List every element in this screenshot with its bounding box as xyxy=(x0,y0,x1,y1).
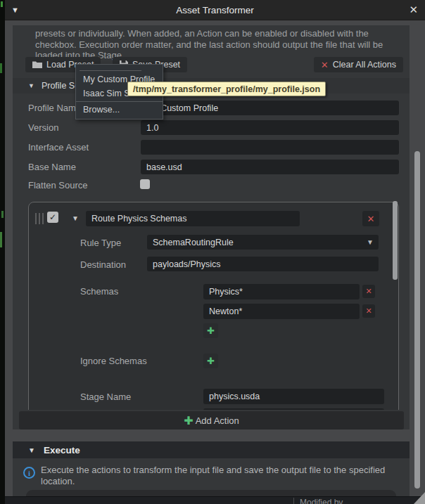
rule-type-label: Rule Type xyxy=(80,238,121,248)
column-divider xyxy=(293,498,294,504)
delete-action-button[interactable]: ✕ xyxy=(362,211,379,226)
actions-scroll-area: ✓ ▼ Route Physics Schemas ✕ Rule Type Sc… xyxy=(13,196,410,410)
title-bar[interactable]: ▼ Asset Transformer ✕ xyxy=(5,0,425,20)
chevron-down-icon: ▼ xyxy=(367,238,374,246)
path-tooltip: /tmp/my_transformer_profile/my_profile.j… xyxy=(127,82,326,96)
remove-schema-button[interactable]: ✕ xyxy=(362,304,375,318)
base-name-field[interactable]: base.usd xyxy=(141,160,399,174)
add-action-button[interactable]: ✚ Add Action xyxy=(19,411,404,429)
base-name-label: Base Name xyxy=(28,162,76,172)
execute-info-text: Execute the actions to transform the inp… xyxy=(41,465,401,487)
folder-icon xyxy=(32,60,42,69)
interface-asset-label: Interface Asset xyxy=(28,142,89,153)
add-schema-button[interactable]: ✚ xyxy=(203,323,218,338)
clipped-next-field xyxy=(203,408,384,410)
background-speck xyxy=(0,232,2,247)
version-label: Version xyxy=(28,122,58,133)
intro-description: presets or individually. When added, an … xyxy=(35,28,399,61)
window-collapse-icon[interactable]: ▼ xyxy=(11,6,19,14)
background-app-strip xyxy=(0,0,5,504)
modified-by-column-header: Modified by xyxy=(300,498,343,504)
execute-header[interactable]: ▼ Execute xyxy=(13,441,410,458)
background-speck xyxy=(0,63,2,73)
remove-schema-button[interactable]: ✕ xyxy=(362,285,375,298)
stage-name-label: Stage Name xyxy=(80,392,131,402)
execute-panel: ▼ Execute i Execute the actions to trans… xyxy=(13,441,410,496)
profile-name-field[interactable]: My Custom Profile xyxy=(141,101,399,115)
stage-name-field[interactable]: physics.usda xyxy=(203,389,384,404)
schema-item-field[interactable]: Physics* xyxy=(203,284,360,299)
menu-top-underline xyxy=(80,70,141,71)
menu-separator xyxy=(76,101,163,102)
action-name-field[interactable]: Route Physics Schemas xyxy=(86,211,300,226)
clear-all-actions-label: Clear All Actions xyxy=(333,60,396,70)
action-enabled-checkbox[interactable]: ✓ xyxy=(47,212,58,223)
action-collapse-triangle-icon[interactable]: ▼ xyxy=(72,214,79,222)
clear-x-icon: ✕ xyxy=(321,60,329,70)
drag-handle-icon[interactable] xyxy=(35,213,44,224)
plus-icon: ✚ xyxy=(184,414,193,427)
ignore-schemas-label: Ignore Schemas xyxy=(80,356,147,366)
execute-header-label: Execute xyxy=(44,445,80,455)
background-window-bottom: Modified by xyxy=(5,496,425,504)
background-speck xyxy=(1,1,3,7)
asset-transformer-window: ▼ Asset Transformer ✕ presets or individ… xyxy=(5,0,425,496)
schemas-label: Schemas xyxy=(80,286,118,297)
add-ignore-schema-button[interactable]: ✚ xyxy=(203,354,218,368)
schema-item-field[interactable]: Newton* xyxy=(203,304,360,319)
dialog-scrollbar-thumb[interactable] xyxy=(414,151,420,489)
collapse-triangle-icon: ▼ xyxy=(28,82,34,89)
rule-type-value: SchemaRoutingRule xyxy=(153,238,234,247)
action-card: ✓ ▼ Route Physics Schemas ✕ Rule Type Sc… xyxy=(28,202,399,410)
resize-grip[interactable] xyxy=(414,492,425,504)
background-speck xyxy=(1,211,4,218)
flatten-source-label: Flatten Source xyxy=(28,180,88,190)
execute-button-clipped[interactable] xyxy=(26,490,396,496)
window-title: Asset Transformer xyxy=(5,5,425,15)
flatten-source-checkbox[interactable] xyxy=(140,179,150,189)
destination-label: Destination xyxy=(80,259,126,270)
destination-field[interactable]: payloads/Physics xyxy=(147,257,379,271)
info-icon: i xyxy=(23,467,35,479)
profile-name-label: Profile Name xyxy=(28,103,81,113)
close-icon[interactable]: ✕ xyxy=(409,4,418,16)
actions-scrollbar-thumb[interactable] xyxy=(393,201,398,280)
menu-item-browse[interactable]: Browse... xyxy=(76,103,163,117)
interface-asset-field[interactable] xyxy=(141,140,399,155)
rule-type-dropdown[interactable]: SchemaRoutingRule ▼ xyxy=(147,235,379,250)
add-action-label: Add Action xyxy=(196,415,239,426)
collapse-triangle-icon: ▼ xyxy=(28,446,35,454)
version-field[interactable]: 1.0 xyxy=(141,120,399,135)
clear-all-actions-button[interactable]: ✕ Clear All Actions xyxy=(314,57,403,72)
